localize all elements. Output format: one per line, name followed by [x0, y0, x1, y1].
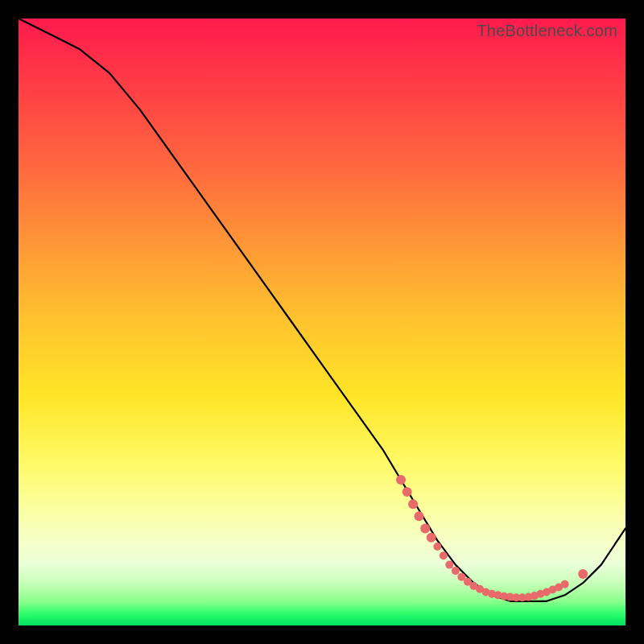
curve-line — [19, 19, 625, 601]
marker-dot — [561, 580, 569, 588]
marker-dot — [408, 499, 418, 509]
marker-dot — [396, 475, 406, 485]
marker-dot — [452, 567, 460, 575]
chart-svg — [19, 19, 625, 625]
marker-dot — [427, 533, 436, 543]
marker-dot — [415, 511, 424, 521]
marker-dot — [433, 543, 441, 551]
plot-area: TheBottleneck.com — [19, 19, 625, 625]
marker-dot — [578, 569, 588, 579]
marker-dot — [420, 523, 430, 533]
marker-dot — [440, 551, 448, 559]
curve-markers — [396, 475, 588, 601]
marker-dot — [445, 561, 453, 569]
chart-frame: TheBottleneck.com — [0, 0, 644, 644]
marker-dot — [402, 487, 412, 497]
